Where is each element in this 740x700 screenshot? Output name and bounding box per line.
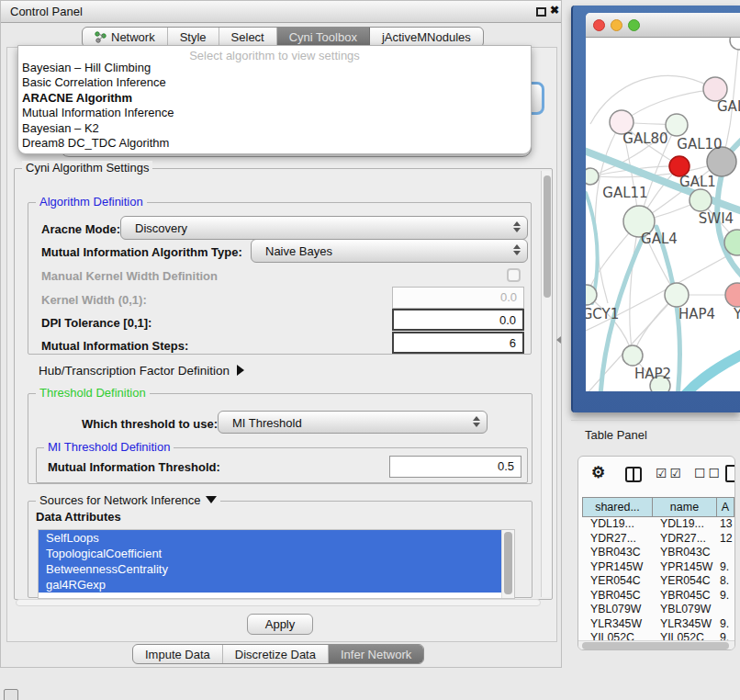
network-view-window: GALGAL80GAL10GAL1GAL11GAL4SWI4GCY1HAP4YH…: [586, 13, 740, 391]
select-all-checkboxes-icon[interactable]: ☑☑: [656, 466, 684, 480]
settings-hscrollbar[interactable]: [16, 599, 541, 606]
settings-scrollbar[interactable]: [541, 171, 552, 597]
minimized-panel-icon[interactable]: [4, 689, 18, 700]
deselect-all-checkboxes-icon[interactable]: ☐☐: [694, 466, 723, 480]
aracne-mode-select[interactable]: Discovery: [120, 216, 528, 240]
split-pane-grip[interactable]: [556, 336, 561, 344]
zoom-traffic-light[interactable]: [628, 19, 640, 31]
combo-arrows-icon: [513, 221, 521, 232]
settings-group-title: Cyni Algorithm Settings: [22, 161, 152, 175]
table-row[interactable]: YLR345WYLR345W9.: [582, 617, 734, 632]
which-threshold-select[interactable]: MI Threshold: [218, 411, 488, 434]
column-header-clipped[interactable]: A: [717, 497, 734, 517]
list-scrollbar[interactable]: [501, 530, 514, 598]
close-icon[interactable]: ✖: [550, 4, 559, 17]
sources-title[interactable]: Sources for Network Inference: [36, 493, 220, 507]
list-item[interactable]: BetweennessCentrality: [39, 561, 501, 577]
kernel-width-input[interactable]: 0.0: [392, 287, 524, 309]
network-node-label: GAL4: [641, 231, 678, 247]
network-node[interactable]: [622, 345, 643, 366]
cyni-bottom-tabbar: Impute Data Discretize Data Infer Networ…: [132, 644, 424, 664]
algorithm-option[interactable]: Dream8 DC_TDC Algorithm: [18, 136, 531, 151]
table-cell: YBR043C: [653, 546, 717, 560]
list-item[interactable]: gal4RGexp: [39, 577, 501, 593]
table-cell: 9.: [717, 589, 734, 604]
network-node-label: GAL10: [677, 136, 722, 152]
columns-icon[interactable]: [625, 467, 642, 482]
algorithm-option[interactable]: Bayesian – K2: [18, 121, 531, 136]
table-row[interactable]: YBR043CYBR043C: [582, 546, 734, 560]
table-cell: YBL079W: [653, 603, 717, 617]
table-cell: YDL19...: [582, 517, 653, 532]
mi-type-select[interactable]: Naive Bayes: [251, 239, 528, 263]
table-row[interactable]: YBL079WYBL079W: [582, 603, 734, 617]
network-node[interactable]: [665, 283, 689, 307]
tab-cyni-toolbox[interactable]: Cyni Toolbox: [277, 28, 370, 47]
float-window-icon[interactable]: [536, 7, 546, 17]
network-node[interactable]: [730, 38, 740, 50]
tab-impute-data[interactable]: Impute Data: [133, 645, 223, 663]
table-cell: YDR27...: [582, 532, 653, 547]
control-panel-title: Control Panel: [10, 5, 83, 18]
table-cell: YER054C: [653, 574, 717, 589]
mi-threshold-input[interactable]: 0.5: [389, 456, 521, 478]
export-table-icon[interactable]: [725, 465, 735, 482]
close-traffic-light[interactable]: [593, 19, 605, 31]
control-panel-window: Control Panel ✖ Network Style Select Cyn…: [0, 0, 562, 668]
minimize-traffic-light[interactable]: [611, 19, 622, 31]
gear-icon[interactable]: ⚙: [591, 463, 605, 482]
network-node[interactable]: [690, 189, 712, 211]
table-row[interactable]: YPR145WYPR145W9.: [582, 560, 734, 575]
algorithm-option[interactable]: Bayesian – Hill Climbing: [18, 61, 531, 75]
mi-steps-input[interactable]: 6: [392, 332, 524, 354]
dpi-tolerance-input[interactable]: 0.0: [392, 309, 524, 331]
table-hscrollbar[interactable]: [578, 640, 734, 650]
table-row[interactable]: YER054CYER054C8.: [582, 574, 734, 589]
tab-jactivemnodules[interactable]: jActiveMNodules: [370, 28, 483, 47]
network-node-label: HAP2: [634, 366, 671, 382]
tab-infer-network[interactable]: Infer Network: [329, 645, 423, 663]
list-scrollbar-thumb[interactable]: [504, 532, 512, 594]
tab-select[interactable]: Select: [219, 28, 277, 47]
network-node[interactable]: [725, 283, 740, 307]
table-header-row: shared... name A: [582, 497, 734, 517]
manual-kernel-checkbox[interactable]: [507, 268, 521, 282]
hub-definition-toggle[interactable]: Hub/Transcription Factor Definition: [39, 364, 244, 378]
network-node-label: GAL80: [622, 130, 667, 147]
network-graph[interactable]: GALGAL80GAL10GAL1GAL11GAL4SWI4GCY1HAP4YH…: [586, 38, 740, 391]
table-row[interactable]: YDL19...YDL19...13: [582, 517, 734, 532]
network-canvas[interactable]: GALGAL80GAL10GAL1GAL11GAL4SWI4GCY1HAP4YH…: [586, 38, 740, 391]
algorithm-dropdown-list: Select algorithm to view settings Bayesi…: [17, 45, 532, 154]
network-node-label: GAL: [717, 98, 740, 115]
tab-network[interactable]: Network: [83, 28, 168, 47]
network-window-titlebar[interactable]: [586, 13, 740, 38]
table-row[interactable]: YBR045CYBR045C9.: [582, 589, 734, 604]
table-row[interactable]: YDR27...YDR27...12: [582, 532, 734, 547]
table-cell: [717, 546, 734, 560]
dpi-tolerance-label: DPI Tolerance [0,1]:: [41, 316, 151, 330]
network-node[interactable]: [586, 168, 599, 185]
manual-kernel-label: Manual Kernel Width Definition: [41, 269, 218, 283]
table-cell: YIL052C: [653, 631, 717, 640]
algorithm-option-selected[interactable]: ARACNE Algorithm: [18, 91, 531, 106]
algorithm-option[interactable]: Basic Correlation Inference: [18, 75, 531, 90]
column-header-name[interactable]: name: [653, 497, 717, 517]
settings-scrollbar-thumb[interactable]: [544, 175, 551, 298]
table-panel-title: Table Panel: [585, 428, 647, 442]
tab-style[interactable]: Style: [168, 28, 219, 47]
tab-discretize-data[interactable]: Discretize Data: [223, 645, 329, 663]
table-row[interactable]: YIL052CYIL052C9.: [582, 631, 734, 640]
algorithm-option[interactable]: Mutual Information Inference: [18, 106, 531, 120]
table-cell: YDR27...: [653, 532, 717, 547]
list-item[interactable]: TopologicalCoefficient: [39, 546, 501, 561]
network-view-frame: GALGAL80GAL10GAL1GAL11GAL4SWI4GCY1HAP4YH…: [571, 6, 740, 412]
table-hscrollbar-thumb[interactable]: [582, 642, 729, 649]
table-cell: YBR045C: [653, 589, 717, 604]
column-header-shared-name[interactable]: shared...: [582, 497, 653, 517]
network-node[interactable]: [666, 114, 688, 136]
algorithm-definition-title: Algorithm Definition: [36, 195, 147, 209]
apply-button[interactable]: Apply: [247, 614, 313, 635]
list-item[interactable]: SelfLoops: [39, 530, 501, 546]
table-cell: YIL052C: [582, 631, 653, 640]
network-node-label: HAP4: [678, 306, 715, 322]
